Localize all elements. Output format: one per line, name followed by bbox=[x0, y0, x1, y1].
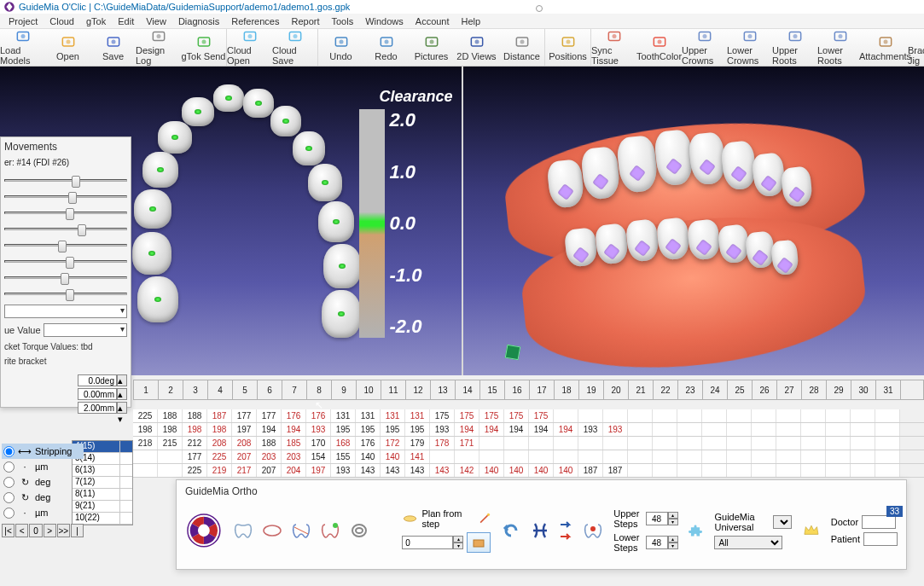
tooth-icon-2[interactable] bbox=[262, 522, 282, 539]
data-cell[interactable]: 194 bbox=[554, 423, 578, 436]
data-cell[interactable] bbox=[702, 464, 727, 477]
data-cell[interactable]: 176 bbox=[282, 409, 306, 422]
data-cell[interactable] bbox=[702, 423, 727, 436]
option-radio[interactable] bbox=[3, 477, 15, 488]
ortho-bottom-panel[interactable]: GuideMia Ortho Plan from step ▴▾ bbox=[176, 479, 907, 570]
data-cell[interactable] bbox=[752, 437, 776, 450]
data-row[interactable]: 177225207203203154155140140141 bbox=[133, 450, 924, 464]
nav-button[interactable]: >> bbox=[57, 524, 70, 537]
movement-spinner-1[interactable] bbox=[78, 388, 117, 400]
occlusal-tooth[interactable] bbox=[142, 152, 178, 188]
nav-button[interactable]: |< bbox=[2, 524, 15, 537]
step-action-button[interactable] bbox=[467, 532, 491, 553]
tool-upper-crowns[interactable]: Upper Crowns bbox=[682, 29, 727, 66]
occlusal-tooth[interactable] bbox=[137, 276, 178, 322]
movement-slider-6[interactable] bbox=[4, 270, 127, 285]
data-cell[interactable] bbox=[752, 464, 776, 477]
data-cell[interactable]: 225 bbox=[183, 464, 207, 477]
data-grid[interactable]: 2251881881871771771761761311311311311751… bbox=[133, 409, 924, 478]
data-cell[interactable] bbox=[455, 450, 479, 463]
data-cell[interactable] bbox=[826, 437, 851, 450]
puzzle-icon[interactable] bbox=[689, 519, 705, 542]
tool-positions[interactable]: Positions bbox=[545, 29, 590, 66]
data-cell[interactable]: 175 bbox=[504, 409, 529, 422]
movement-slider-2[interactable] bbox=[4, 205, 127, 220]
data-row[interactable]: 2251881881871771771761761311311311311751… bbox=[133, 409, 924, 423]
data-cell[interactable]: 140 bbox=[356, 450, 381, 463]
data-cell[interactable] bbox=[826, 423, 851, 436]
data-cell[interactable] bbox=[727, 450, 752, 463]
arrow-right-red-icon[interactable] bbox=[559, 531, 574, 542]
plan-step-input[interactable] bbox=[402, 536, 453, 549]
data-cell[interactable]: 168 bbox=[331, 437, 356, 450]
data-row[interactable]: 2252192172072041971931431431431431421401… bbox=[133, 464, 924, 478]
data-cell[interactable] bbox=[677, 423, 702, 436]
occlusal-tooth[interactable] bbox=[318, 201, 354, 242]
data-cell[interactable]: 175 bbox=[529, 409, 554, 422]
occlusal-tooth[interactable] bbox=[293, 131, 325, 165]
option-row[interactable]: ↻deg bbox=[2, 490, 84, 505]
data-cell[interactable] bbox=[776, 464, 801, 477]
data-cell[interactable]: 208 bbox=[207, 437, 232, 450]
viewport-3d[interactable] bbox=[463, 67, 925, 375]
data-cell[interactable] bbox=[776, 423, 801, 436]
movement-spinner-0[interactable] bbox=[78, 374, 117, 386]
nav-button[interactable]: > bbox=[44, 524, 56, 537]
tool-lower-roots[interactable]: Lower Roots bbox=[817, 29, 863, 66]
data-cell[interactable]: 215 bbox=[158, 437, 183, 450]
data-cell[interactable]: 225 bbox=[133, 409, 158, 422]
movements-dropdown[interactable] bbox=[4, 305, 127, 318]
tooth-target-icon[interactable] bbox=[583, 522, 603, 539]
data-cell[interactable]: 208 bbox=[232, 437, 257, 450]
refresh-icon[interactable] bbox=[349, 522, 369, 539]
data-cell[interactable]: 194 bbox=[455, 423, 479, 436]
data-cell[interactable] bbox=[727, 464, 752, 477]
movement-spinner-2[interactable] bbox=[78, 402, 117, 414]
data-cell[interactable] bbox=[578, 450, 603, 463]
data-cell[interactable]: 178 bbox=[430, 437, 455, 450]
data-cell[interactable]: 175 bbox=[479, 409, 504, 422]
menu-project[interactable]: Project bbox=[3, 15, 43, 27]
data-cell[interactable]: 187 bbox=[603, 464, 628, 477]
data-cell[interactable] bbox=[479, 437, 504, 450]
data-cell[interactable] bbox=[851, 423, 875, 436]
tool-upper-roots[interactable]: Upper Roots bbox=[772, 29, 817, 66]
data-cell[interactable] bbox=[653, 464, 677, 477]
occlusal-tooth[interactable] bbox=[213, 84, 244, 112]
data-cell[interactable]: 197 bbox=[306, 464, 331, 477]
data-cell[interactable] bbox=[628, 450, 653, 463]
doctor-input[interactable] bbox=[862, 515, 896, 529]
data-cell[interactable]: 204 bbox=[282, 464, 306, 477]
option-row[interactable]: ⟷Stripping bbox=[2, 444, 84, 459]
data-cell[interactable] bbox=[677, 450, 702, 463]
tool-cloud-open[interactable]: Cloud Open bbox=[227, 29, 272, 66]
data-cell[interactable]: 177 bbox=[257, 409, 282, 422]
data-cell[interactable]: 176 bbox=[356, 437, 381, 450]
data-cell[interactable]: 194 bbox=[479, 423, 504, 436]
data-cell[interactable]: 212 bbox=[183, 437, 207, 450]
data-cell[interactable]: 140 bbox=[381, 450, 405, 463]
data-cell[interactable]: 207 bbox=[257, 464, 282, 477]
data-cell[interactable]: 140 bbox=[504, 464, 529, 477]
data-cell[interactable] bbox=[554, 450, 578, 463]
data-cell[interactable] bbox=[727, 437, 752, 450]
menu-edit[interactable]: Edit bbox=[113, 15, 139, 27]
torque-value-select[interactable] bbox=[44, 323, 127, 337]
option-row[interactable]: ·µm bbox=[2, 505, 84, 520]
data-cell[interactable] bbox=[603, 437, 628, 450]
data-cell[interactable]: 143 bbox=[356, 464, 381, 477]
undo-icon[interactable] bbox=[501, 522, 521, 539]
data-cell[interactable] bbox=[702, 409, 727, 422]
arrow-right-blue-icon[interactable] bbox=[559, 519, 574, 530]
occlusal-tooth[interactable] bbox=[243, 89, 274, 118]
data-cell[interactable]: 179 bbox=[405, 437, 430, 450]
pisces-icon[interactable] bbox=[530, 522, 550, 539]
dental-arch[interactable] bbox=[132, 82, 371, 363]
data-cell[interactable] bbox=[653, 409, 677, 422]
data-cell[interactable]: 193 bbox=[306, 423, 331, 436]
data-cell[interactable] bbox=[752, 423, 776, 436]
movement-slider-1[interactable] bbox=[4, 189, 127, 204]
data-cell[interactable]: 131 bbox=[331, 409, 356, 422]
data-cell[interactable] bbox=[702, 437, 727, 450]
data-cell[interactable] bbox=[875, 437, 900, 450]
